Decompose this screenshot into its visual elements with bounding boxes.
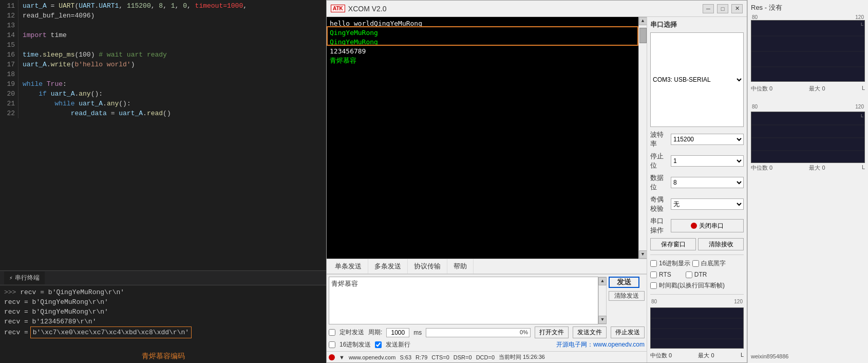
status-dcd: DCD=0 (476, 354, 495, 360)
highlighted-recv-value: b'\xc7\xe0\xec\xc7\xc4\xbd\xc8\xdd\r\n' (30, 326, 192, 338)
display-line-5: 青烬慕容 (330, 56, 635, 65)
send-options-row: 定时发送 周期: ms 0% 打开文件 发送文件 停止发送 (329, 326, 645, 338)
clear-recv-button[interactable]: 清除接收 (698, 238, 744, 250)
code-line-18: while True: (23, 79, 322, 89)
status-dropdown[interactable]: ▼ (339, 354, 345, 360)
display-line-2: QingYeMuRong (330, 28, 635, 38)
data-select[interactable]: 8 (671, 177, 744, 188)
chart-label-120: 120 (734, 299, 743, 304)
display-scrollbar[interactable]: ▲ ▼ (638, 17, 647, 259)
save-recv-button[interactable]: 保存窗口 (650, 238, 696, 250)
far-chart-label-80: 80 (752, 14, 758, 20)
hex-send-checkbox[interactable] (329, 341, 335, 348)
stop-label: 停止位 (650, 152, 669, 170)
tab-protocol[interactable]: 协议传输 (408, 259, 447, 274)
xcom-window: ATK XCOM V2.0 ─ □ ✕ hello worldQingYeMuR… (326, 0, 747, 363)
code-line-17 (23, 69, 322, 79)
dtr-checkbox[interactable] (686, 271, 692, 278)
send-file-button[interactable]: 发送文件 (573, 326, 607, 338)
code-editor: 11 12 13 14 15 16 17 18 19 20 21 22 23 u… (0, 0, 326, 363)
send-scrollbar[interactable]: ▲ ▼ (598, 277, 607, 324)
stop-send-button[interactable]: 停止发送 (611, 326, 645, 338)
stop-select[interactable]: 1 (671, 155, 744, 167)
hex-display-checkbox[interactable] (650, 260, 657, 267)
parity-select[interactable]: 无 (671, 198, 744, 210)
chart-suffix: L (741, 352, 744, 359)
chart-svg (651, 308, 743, 348)
far-chart-label-80-2: 80 (752, 104, 758, 110)
send-button[interactable]: 发送 (609, 277, 639, 288)
progress-label: 0% (520, 329, 528, 335)
white-bg-checkbox[interactable] (692, 260, 699, 267)
far-right-top: Res - 没有 (751, 3, 865, 12)
port-op-button[interactable]: 关闭串口 (671, 219, 744, 232)
parity-row: 奇偶校验 无 (650, 195, 744, 213)
maximize-button[interactable]: □ (717, 4, 728, 13)
progress-bar: 0% (426, 328, 531, 337)
display-line-4: 123456789 (330, 47, 635, 56)
new-line-label: 发送新行 (386, 340, 410, 349)
code-line-20: while uart_A.any(): (23, 99, 322, 108)
divider-2 (650, 294, 744, 295)
timed-send-label: 定时发送 (339, 328, 364, 337)
scroll-track[interactable] (639, 25, 647, 250)
scroll-down-arrow[interactable]: ▼ (639, 250, 647, 259)
xcom-main: hello worldQingYeMuRong QingYeMuRong Qin… (327, 17, 647, 362)
dtr-label: DTR (694, 271, 707, 278)
display-line-3: QingYeMuRong (330, 38, 635, 47)
code-line-15: time.sleep_ms(100) # wait uart ready (23, 50, 322, 60)
res-label: Res - 没有 (751, 3, 782, 12)
rts-checkbox[interactable] (650, 271, 657, 278)
far-bottom-stat2: 最大 0 (809, 164, 825, 172)
code-line-14 (23, 40, 322, 50)
tab-help[interactable]: 帮助 (447, 259, 474, 274)
send-scroll-up[interactable]: ▲ (598, 277, 607, 285)
code-content: uart_A = UART(UART.UART1, 115200, 8, 1, … (18, 0, 326, 118)
save-clear-row: 保存窗口 清除接收 (650, 238, 744, 250)
hex-display-row: 16进制显示 白底黑字 (650, 259, 744, 268)
ms-label: ms (413, 329, 422, 336)
new-line-checkbox[interactable] (375, 341, 382, 348)
baud-label: 波特率 (650, 130, 669, 149)
scroll-up-arrow[interactable]: ▲ (639, 17, 647, 25)
period-input[interactable] (386, 328, 409, 337)
timestamp-checkbox[interactable] (650, 282, 657, 289)
baud-row: 波特率 115200 (650, 130, 744, 149)
chart-stat2: 最大 0 (698, 352, 714, 359)
openedv-link[interactable]: 开源电子网：www.openedv.com (556, 340, 645, 349)
terminal-line-highlighted: recv = b'\xc7\xe0\xec\xc7\xc4\xbd\xc8\xd… (4, 326, 322, 338)
port-op-label: 串口操作 (650, 216, 669, 235)
send-input[interactable]: 青烬慕容 (329, 277, 598, 324)
xcom-display-inner: hello worldQingYeMuRong QingYeMuRong Qin… (327, 17, 638, 259)
xcom-title: XCOM V2.0 (348, 5, 700, 13)
terminal-line-3: recv = b'QingYeMuRong\r\n' (4, 307, 322, 317)
chart-stat1: 中位数 0 (650, 352, 672, 359)
stop-row: 停止位 1 (650, 152, 744, 170)
hex-display-label: 16进制显示 (659, 259, 690, 268)
minimize-button[interactable]: ─ (703, 4, 714, 13)
xcom-send-area: 青烬慕容 ▲ ▼ 发送 清除发送 定时发送 周期: (327, 274, 647, 351)
far-chart-label-120: 120 (855, 14, 864, 20)
terminal-tab[interactable]: ⚡ 串行终端 (4, 271, 45, 284)
far-chart-svg (751, 21, 864, 81)
close-button[interactable]: ✕ (731, 4, 743, 13)
code-area: 11 12 13 14 15 16 17 18 19 20 21 22 23 u… (0, 0, 326, 270)
open-file-button[interactable]: 打开文件 (535, 326, 569, 338)
send-scroll-down[interactable]: ▼ (598, 316, 607, 324)
timed-send-checkbox[interactable] (329, 329, 335, 336)
terminal-line-2: recv = b'QingYeMuRong\r\n' (4, 297, 322, 307)
code-line-11: uart_A = UART(UART.UART1, 115200, 8, 1, … (23, 1, 322, 21)
tab-multi-send[interactable]: 多条发送 (368, 259, 408, 274)
clear-send-button[interactable]: 清除发送 (609, 291, 645, 301)
weixin-label: weixin8954886 (751, 353, 788, 359)
port-select[interactable]: COM3: USB-SERIAL (650, 32, 744, 127)
tab-single-send[interactable]: 单条发送 (329, 259, 368, 274)
far-right-chart-bottom: L (751, 112, 865, 163)
send-scroll-track[interactable] (599, 285, 606, 316)
white-bg-label: 白底黑字 (701, 259, 726, 268)
baud-select[interactable]: 115200 (671, 134, 744, 145)
send-options-row-2: 16进制发送 发送新行 开源电子网：www.openedv.com (329, 340, 645, 349)
xcom-logo: ATK (331, 5, 345, 12)
status-indicator (329, 354, 335, 360)
scroll-thumb[interactable] (639, 28, 647, 43)
